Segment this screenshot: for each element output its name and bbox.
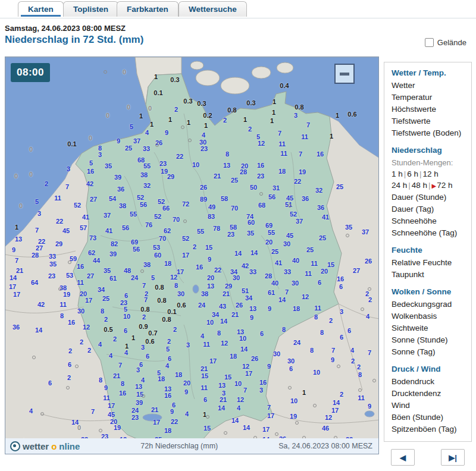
map-value-label: 2 — [248, 125, 252, 133]
map-value-label: 29 — [225, 282, 232, 290]
map-value-label: 0 — [148, 105, 152, 112]
map-value-label: 54 — [109, 195, 116, 202]
map-value-label: 83 — [208, 213, 215, 220]
map-value-label: 8 — [101, 307, 104, 315]
map-value-label: 30 — [292, 280, 299, 287]
map-value-label: 2 — [142, 313, 146, 321]
map-value-label: 0.1 — [154, 89, 162, 96]
map-value-label: 30 — [77, 307, 84, 315]
map-value-label: 42 — [37, 301, 45, 308]
tab-farbkarten[interactable]: Farbkarten — [117, 1, 178, 17]
sidebar-item-sichtweite[interactable]: Sichtweite — [392, 322, 468, 334]
map-value-label: 8 — [99, 376, 102, 384]
map-value-label: 4 — [237, 404, 240, 412]
map-value-label: 2 — [340, 391, 343, 398]
sidebar-item-dauer-tag-[interactable]: Dauer (Tag) — [392, 203, 468, 215]
map-value-label: 5 — [89, 159, 93, 167]
map-value-label: 73 — [89, 234, 96, 241]
map-value-label: 25 — [336, 183, 343, 190]
sidebar-item-spitzenböen-tag-[interactable]: Spitzenböen (Tag) — [392, 423, 468, 435]
sidebar-item-drucktendenz[interactable]: Drucktendenz — [392, 388, 468, 400]
map-value-label: 7 — [299, 150, 302, 158]
map-value-label: 18 — [164, 427, 171, 434]
map-value-label: 12 — [221, 340, 228, 347]
map-value-label: 32 — [315, 187, 322, 194]
sidebar-hour-link-6h[interactable]: 6 h — [407, 169, 418, 178]
map-value-label: 6 — [48, 379, 52, 387]
sidebar-item-höchstwerte[interactable]: Höchstwerte — [392, 103, 468, 115]
map-value-label: 18 — [293, 305, 300, 312]
map-value-label: 56 — [122, 224, 129, 231]
map-value-label: 0 — [89, 134, 92, 142]
sidebar-item-böen-stunde-[interactable]: Böen (Stunde) — [392, 412, 468, 423]
tab-karten[interactable]: Karten — [18, 1, 64, 17]
sidebar-item-wolkenbasis[interactable]: Wolkenbasis — [392, 310, 468, 322]
map-value-label: 17 — [245, 370, 252, 377]
map-value-label: 16 — [77, 263, 84, 270]
sidebar-hour-link-48h[interactable]: 48 h — [412, 181, 427, 190]
map-value-label: 40 — [292, 257, 299, 264]
hour-links-row: 1 h|6 h|12 h — [392, 168, 468, 180]
map-value-label: 14 — [250, 249, 258, 256]
station-marker-icon — [104, 70, 107, 74]
sidebar-item-tiefstwerte[interactable]: Tiefstwerte — [392, 115, 468, 127]
sidebar-item-relative-feuchte[interactable]: Relative Feuchte — [392, 257, 468, 269]
map-value-label: 0 — [77, 424, 81, 431]
precipitation-map[interactable]: 10.30.100.3200011115493726925330.1008322… — [5, 56, 379, 454]
map-value-label: 28 — [32, 252, 39, 259]
map-value-label: 8 — [226, 150, 229, 158]
sidebar-hour-link-24h[interactable]: 24 h — [392, 181, 407, 190]
map-value-label: 20 — [207, 274, 214, 281]
map-value-label: 1 — [204, 122, 208, 129]
terrain-checkbox[interactable] — [425, 38, 434, 47]
station-marker-icon — [75, 365, 79, 368]
map-value-label: 12 — [237, 396, 244, 403]
sidebar-item-wind[interactable]: Wind — [392, 400, 468, 412]
map-value-label: 52 — [154, 213, 161, 220]
prev-time-button[interactable]: ◀ — [391, 449, 415, 466]
map-value-label: 16 — [164, 392, 171, 399]
map-value-label: 39 — [109, 250, 117, 258]
map-value-label: 69 — [265, 222, 273, 229]
map-value-label: 5 — [151, 274, 155, 281]
station-marker-icon — [358, 388, 362, 392]
map-value-label: 37 — [104, 212, 111, 219]
sidebar-item-schneehöhe-tag-[interactable]: Schneehöhe (Tag) — [392, 227, 468, 239]
station-marker-icon — [224, 431, 227, 435]
sidebar-hour-link-1h[interactable]: 1 h — [392, 169, 403, 178]
map-value-label: 9 — [331, 356, 334, 363]
station-marker-icon — [68, 260, 71, 264]
tab-wettersuche[interactable]: Wettersuche — [178, 1, 247, 17]
map-value-label: 70 — [173, 216, 180, 223]
sidebar-item-sonne-stunde-[interactable]: Sonne (Stunde) — [392, 334, 468, 346]
tab-toplisten[interactable]: Toplisten — [63, 1, 118, 17]
map-value-label: 57 — [80, 224, 87, 231]
sidebar-hour-link-12h[interactable]: 12 h — [423, 169, 439, 178]
sidebar-hour-link-72h[interactable]: 72 h — [437, 181, 452, 190]
station-marker-icon — [275, 432, 278, 436]
zoom-out-button[interactable] — [334, 64, 355, 84]
separator: | — [418, 169, 423, 178]
sidebar-item-temperatur[interactable]: Temperatur — [392, 92, 468, 103]
last-time-button[interactable]: ▶| — [441, 449, 465, 466]
wetteronline-logo[interactable]: wetteronline — [5, 441, 80, 451]
sidebar-item-schneehöhe[interactable]: Schneehöhe — [392, 215, 468, 227]
sidebar-item-sonne-tag-[interactable]: Sonne (Tag) — [392, 346, 468, 358]
sidebar-item-taupunkt[interactable]: Taupunkt — [392, 269, 468, 281]
sidebar-item-bodendruck[interactable]: Bodendruck — [392, 376, 468, 388]
map-value-label: 4 — [202, 131, 205, 139]
sidebar-group-heading: Druck / Wind — [392, 363, 468, 375]
sidebar-item-tiefstwerte-boden-[interactable]: Tiefstwerte (Boden) — [392, 127, 468, 139]
map-value-label: 2 — [357, 363, 361, 370]
map-value-label: 55 — [130, 211, 137, 218]
map-value-label: 37 — [296, 218, 303, 225]
map-value-label: 38 — [119, 202, 126, 209]
sidebar-item-dauer-stunde-[interactable]: Dauer (Stunde) — [392, 191, 468, 203]
sidebar-item-wetter[interactable]: Wetter — [392, 80, 468, 92]
map-value-label: 11 — [280, 150, 287, 157]
sidebar-item-bedeckungsgrad[interactable]: Bedeckungsgrad — [392, 299, 468, 310]
map-value-label: 6 — [203, 396, 207, 403]
layer-menu-panel: Wetter / Temp.WetterTemperaturHöchstwert… — [384, 62, 472, 442]
map-value-label: 5 — [166, 346, 170, 353]
map-value-label: 17 — [262, 426, 270, 433]
